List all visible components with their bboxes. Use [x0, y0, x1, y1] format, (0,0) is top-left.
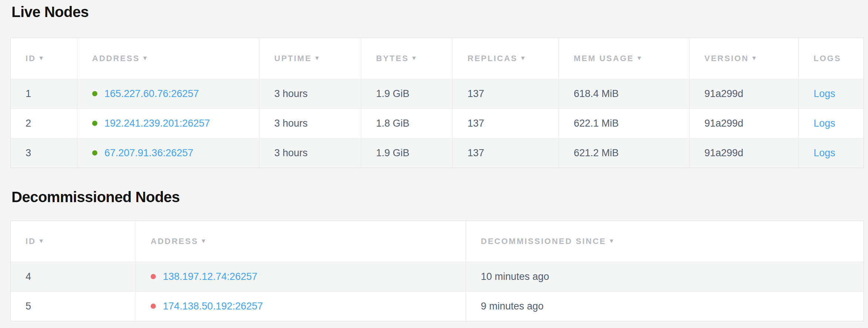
- mem-usage-cell: 621.2 MiB: [559, 138, 689, 168]
- decommissioned-nodes-table: ID▾ ADDRESS▾ DECOMMISSIONED SINCE▾ 4 138…: [10, 221, 864, 321]
- column-header-uptime[interactable]: UPTIME▾: [259, 38, 361, 79]
- live-status-icon: [92, 121, 97, 126]
- nodes-page: Live Nodes ID▾ ADDRESS▾ UPTIME▾ BYTES▾: [0, 3, 868, 321]
- uptime-cell: 3 hours: [259, 79, 361, 108]
- column-header-bytes[interactable]: BYTES▾: [361, 38, 452, 79]
- sort-arrow-icon: ▾: [610, 237, 614, 245]
- column-header-logs: LOGS: [798, 38, 864, 79]
- live-nodes-header-row: ID▾ ADDRESS▾ UPTIME▾ BYTES▾ REPLICAS▾ ME…: [11, 38, 864, 79]
- column-header-id[interactable]: ID▾: [11, 38, 77, 79]
- logs-link[interactable]: Logs: [814, 118, 835, 129]
- logs-link[interactable]: Logs: [814, 147, 835, 158]
- column-header-mem-usage[interactable]: MEM USAGE▾: [559, 38, 689, 79]
- replicas-cell: 137: [452, 108, 559, 138]
- node-address-cell: 192.241.239.201:26257: [77, 108, 259, 138]
- decommissioned-status-icon: [151, 274, 156, 279]
- column-header-version[interactable]: VERSION▾: [689, 38, 798, 79]
- column-header-id[interactable]: ID▾: [11, 221, 135, 262]
- logs-cell: Logs: [798, 79, 864, 108]
- version-cell: 91a299d: [689, 108, 798, 138]
- decommissioned-node-row: 4 138.197.12.74:26257 10 minutes ago: [11, 262, 864, 291]
- node-address-cell: 67.207.91.36:26257: [77, 138, 259, 168]
- uptime-cell: 3 hours: [259, 108, 361, 138]
- live-node-row: 1 165.227.60.76:26257 3 hours 1.9 GiB 13…: [11, 79, 864, 108]
- address-link[interactable]: 67.207.91.36:26257: [104, 147, 193, 158]
- node-address-cell: 138.197.12.74:26257: [135, 262, 466, 291]
- sort-arrow-icon: ▾: [412, 54, 417, 62]
- node-id-cell: 5: [11, 291, 135, 321]
- node-id-cell: 4: [11, 262, 135, 291]
- node-id-cell: 1: [11, 79, 77, 108]
- mem-usage-cell: 618.4 MiB: [559, 79, 689, 108]
- decommissioned-header-row: ID▾ ADDRESS▾ DECOMMISSIONED SINCE▾: [11, 221, 864, 262]
- column-header-address[interactable]: ADDRESS▾: [77, 38, 259, 79]
- sort-arrow-icon: ▾: [638, 54, 642, 62]
- uptime-cell: 3 hours: [259, 138, 361, 168]
- replicas-cell: 137: [452, 79, 559, 108]
- live-status-icon: [92, 91, 97, 96]
- decommissioned-nodes-title: Decommissioned Nodes: [11, 188, 863, 206]
- mem-usage-cell: 622.1 MiB: [559, 108, 689, 138]
- node-id-cell: 2: [11, 108, 77, 138]
- address-link[interactable]: 192.241.239.201:26257: [104, 118, 210, 129]
- live-status-icon: [92, 150, 97, 155]
- sort-arrow-icon: ▾: [202, 237, 207, 245]
- logs-cell: Logs: [798, 108, 864, 138]
- bytes-cell: 1.8 GiB: [361, 108, 452, 138]
- logs-cell: Logs: [798, 138, 864, 168]
- live-node-row: 2 192.241.239.201:26257 3 hours 1.8 GiB …: [11, 108, 864, 138]
- decommissioned-status-icon: [151, 304, 156, 309]
- node-id-cell: 3: [11, 138, 77, 168]
- version-cell: 91a299d: [689, 79, 798, 108]
- decommissioned-node-row: 5 174.138.50.192:26257 9 minutes ago: [11, 291, 864, 321]
- live-nodes-title: Live Nodes: [11, 3, 863, 21]
- version-cell: 91a299d: [689, 138, 798, 168]
- column-header-decommissioned-since[interactable]: DECOMMISSIONED SINCE▾: [466, 221, 864, 262]
- address-link[interactable]: 138.197.12.74:26257: [163, 271, 257, 282]
- node-address-cell: 174.138.50.192:26257: [135, 291, 466, 321]
- sort-arrow-icon: ▾: [521, 54, 526, 62]
- bytes-cell: 1.9 GiB: [361, 138, 452, 168]
- sort-arrow-icon: ▾: [40, 237, 44, 245]
- address-link[interactable]: 165.227.60.76:26257: [104, 88, 199, 99]
- sort-arrow-icon: ▾: [315, 54, 320, 62]
- sort-arrow-icon: ▾: [144, 54, 148, 62]
- bytes-cell: 1.9 GiB: [361, 79, 452, 108]
- live-nodes-table: ID▾ ADDRESS▾ UPTIME▾ BYTES▾ REPLICAS▾ ME…: [10, 38, 864, 168]
- live-node-row: 3 67.207.91.36:26257 3 hours 1.9 GiB 137…: [11, 138, 864, 168]
- sort-arrow-icon: ▾: [40, 54, 44, 62]
- column-header-address[interactable]: ADDRESS▾: [135, 221, 466, 262]
- decommissioned-since-cell: 10 minutes ago: [466, 262, 864, 291]
- sort-arrow-icon: ▾: [753, 54, 757, 62]
- logs-link[interactable]: Logs: [814, 88, 835, 99]
- replicas-cell: 137: [452, 138, 559, 168]
- column-header-replicas[interactable]: REPLICAS▾: [452, 38, 559, 79]
- decommissioned-since-cell: 9 minutes ago: [466, 291, 864, 321]
- address-link[interactable]: 174.138.50.192:26257: [163, 301, 263, 312]
- node-address-cell: 165.227.60.76:26257: [77, 79, 259, 108]
